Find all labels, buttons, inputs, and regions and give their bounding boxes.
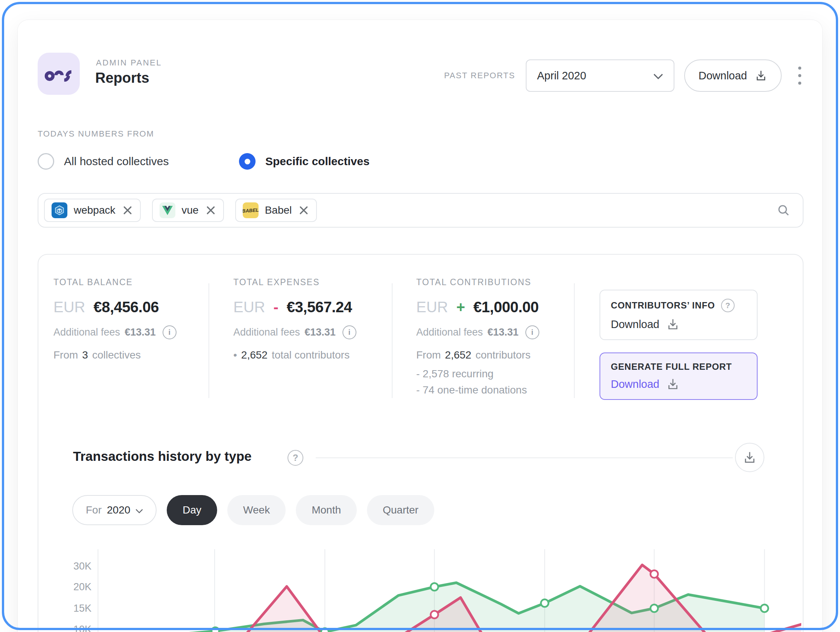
divider (392, 283, 393, 398)
radio-specific-label: Specific collectives (265, 155, 369, 168)
app-logo (38, 53, 80, 95)
admin-panel-label: ADMIN PANEL (96, 58, 162, 68)
download-icon (666, 377, 680, 391)
transactions-chart[interactable] (95, 549, 801, 632)
tag-vue[interactable]: vue (152, 199, 224, 222)
remove-webpack-icon[interactable] (122, 205, 133, 216)
tag-webpack-label: webpack (74, 204, 115, 216)
period-select-value: April 2020 (537, 69, 586, 82)
contributors-info-download[interactable]: Download (611, 317, 746, 331)
year-filter-value: 2020 (107, 504, 130, 516)
y-tick-30k: 30K (73, 561, 92, 572)
contributors-info-card: CONTRIBUTORS’ INFO ? Download (600, 290, 758, 340)
year-filter-prefix: For (86, 504, 102, 516)
divider (316, 457, 733, 458)
tag-babel[interactable]: BABEL Babel (235, 199, 317, 222)
fees-label: Additional fees (54, 326, 120, 338)
fees-amount: €13.31 (125, 326, 156, 338)
total-contributions-label: TOTAL CONTRIBUTIONS (416, 277, 539, 287)
total-balance-amount: €8,456.06 (93, 299, 158, 316)
radio-specific-collectives[interactable]: Specific collectives (239, 153, 369, 170)
tab-month[interactable]: Month (296, 495, 357, 525)
chevron-down-icon (653, 69, 663, 82)
y-tick-15k: 15K (73, 603, 92, 614)
generate-full-report-title: GENERATE FULL REPORT (611, 361, 732, 372)
total-contributions-amount: €1,000.00 (474, 299, 538, 316)
divider (208, 283, 209, 398)
more-options-button[interactable] (796, 64, 804, 87)
tag-webpack[interactable]: webpack (44, 199, 141, 222)
currency-label: EUR (54, 299, 85, 316)
generate-full-report-card: GENERATE FULL REPORT Download (600, 353, 758, 400)
divider (574, 283, 575, 398)
transactions-title: Transactions history by type (73, 449, 252, 464)
minus-sign: - (273, 299, 278, 316)
tab-day[interactable]: Day (167, 495, 217, 525)
currency-label: EUR (416, 299, 448, 316)
y-tick-20k: 20K (73, 581, 92, 593)
remove-babel-icon[interactable] (298, 205, 309, 216)
note-value: 3 (82, 349, 88, 361)
fees-label: Additional fees (233, 326, 300, 338)
collectives-search-input[interactable]: webpack vue BABEL Babel (38, 193, 804, 228)
tag-vue-label: vue (182, 204, 199, 216)
y-tick-10k: 10K (73, 624, 92, 632)
chevron-down-icon (136, 504, 143, 516)
download-icon (666, 317, 680, 331)
period-select[interactable]: April 2020 (526, 60, 674, 92)
note-suffix: collectives (92, 349, 141, 361)
note-value: 2,652 (241, 349, 268, 361)
info-icon[interactable]: i (343, 325, 357, 339)
generate-full-report-download[interactable]: Download (611, 377, 746, 391)
download-icon (742, 450, 757, 465)
total-contributions-stat: TOTAL CONTRIBUTIONS EUR + €1,000.00 Addi… (416, 277, 539, 399)
note-value: 2,652 (445, 349, 471, 361)
tag-babel-label: Babel (265, 204, 292, 216)
remove-vue-icon[interactable] (205, 205, 216, 216)
one-time-breakdown: - 74 one-time donations (416, 382, 539, 398)
note-prefix: From (416, 349, 441, 361)
fees-amount: €13.31 (305, 326, 336, 338)
tab-quarter[interactable]: Quarter (367, 495, 434, 525)
download-report-button[interactable]: Download (684, 60, 782, 92)
granularity-controls: For 2020 Day Week Month Quarter (72, 495, 434, 525)
info-icon[interactable]: i (163, 325, 177, 339)
webpack-icon (52, 202, 67, 218)
info-icon[interactable]: i (525, 325, 539, 339)
fees-label: Additional fees (416, 326, 483, 338)
year-filter-select[interactable]: For 2020 (72, 495, 156, 525)
download-icon (755, 69, 767, 82)
contributors-info-title: CONTRIBUTORS’ INFO (611, 300, 715, 311)
total-expenses-amount: €3,567.24 (287, 299, 352, 316)
plus-sign: + (456, 299, 465, 316)
download-button-label: Download (698, 69, 747, 82)
search-icon[interactable] (777, 203, 791, 217)
radio-all-label: All hosted collectives (64, 155, 169, 168)
radio-on-icon[interactable] (239, 153, 256, 170)
radio-off-icon[interactable] (38, 153, 54, 170)
app-window: ADMIN PANEL Reports PAST REPORTS April 2… (18, 20, 822, 632)
currency-label: EUR (233, 299, 265, 316)
total-balance-label: TOTAL BALANCE (54, 277, 177, 287)
download-label: Download (611, 378, 659, 391)
bullet: • (233, 349, 237, 361)
radio-all-hosted-collectives[interactable]: All hosted collectives (38, 153, 169, 170)
page-title: Reports (95, 70, 149, 86)
fees-amount: €13.31 (487, 326, 519, 338)
transactions-help-icon[interactable]: ? (287, 450, 303, 466)
header-controls: PAST REPORTS April 2020 Download (444, 60, 804, 92)
help-icon[interactable]: ? (721, 299, 735, 312)
total-balance-stat: TOTAL BALANCE EUR €8,456.06 Additional f… (54, 277, 177, 361)
download-label: Download (611, 318, 659, 331)
recurring-breakdown: - 2,578 recurring (416, 366, 539, 382)
past-reports-label: PAST REPORTS (444, 71, 515, 80)
todays-numbers-label: TODAYS NUMBERS FROM (38, 129, 154, 139)
total-expenses-label: TOTAL EXPENSES (233, 277, 357, 287)
tab-week[interactable]: Week (227, 495, 286, 525)
note-suffix: contributors (475, 349, 530, 361)
vue-icon (159, 202, 175, 218)
osc-logo-icon (44, 64, 73, 83)
chart-download-button[interactable] (735, 443, 764, 472)
babel-icon: BABEL (243, 202, 259, 218)
note-suffix: total contributors (272, 349, 350, 361)
